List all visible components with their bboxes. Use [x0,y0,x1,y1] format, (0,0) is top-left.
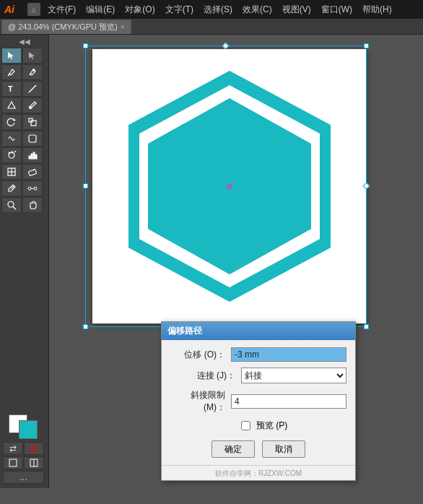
type-tool[interactable]: T [1,81,22,97]
join-row: 连接 (J)： 斜接 [170,368,346,383]
tool-row-9 [1,181,47,196]
svg-rect-9 [29,135,36,142]
direct-select-tool[interactable] [22,48,43,64]
menu-file[interactable]: 文件(F) [43,2,80,17]
handle-top-left[interactable] [83,43,88,48]
svg-text:T: T [8,84,13,93]
color-section: ⇄ ⊘ ... [1,412,47,487]
app-logo: Ai [4,4,25,15]
handle-bottom-left[interactable] [83,324,88,329]
watermark: 软件自学网：RJZXW.COM [162,465,355,480]
menu-object[interactable]: 对象(O) [121,2,159,17]
svg-point-6 [30,107,32,109]
svg-line-22 [12,186,14,188]
foreground-color-swatch[interactable] [19,420,38,439]
offset-row: 位移 (O)： [170,347,346,362]
canvas-area: 偏移路径 位移 (O)： 连接 (J)： 斜接 斜接限制 (M)： [49,35,423,488]
svg-line-0 [8,74,9,76]
cancel-button[interactable]: 取消 [262,440,305,458]
symbol-sprayer-tool[interactable] [1,147,22,163]
line-tool[interactable] [22,81,43,97]
miter-row: 斜接限制 (M)： [170,389,346,414]
offset-path-dialog: 偏移路径 位移 (O)： 连接 (J)： 斜接 斜接限制 (M)： [161,321,356,481]
tab-bar: @ 243.04% (CMYK/GPU 预览) × [0,19,423,35]
svg-point-12 [9,152,10,154]
dialog-title-text: 偏移路径 [167,325,202,337]
tool-row-7 [1,147,47,163]
tool-row-4 [1,97,47,113]
svg-line-4 [29,85,36,92]
hexagon-drawing [92,49,367,323]
blend-tool[interactable] [22,181,43,196]
pen-tool[interactable] [1,64,22,80]
color-extra-row: ⇄ ⊘ [3,442,45,455]
svg-point-13 [12,152,13,153]
offset-input[interactable] [231,347,346,362]
menu-window[interactable]: 窗口(W) [317,2,357,17]
svg-line-27 [13,207,16,209]
svg-rect-28 [9,459,17,466]
left-toolbar: ◀◀ T [0,35,49,488]
handle-middle-left[interactable] [83,183,88,188]
add-anchor-tool[interactable] [22,64,43,80]
svg-point-26 [8,201,14,207]
column-graph-tool[interactable] [22,147,43,163]
menu-select[interactable]: 选择(S) [199,2,237,17]
menu-bar: 文件(F) 编辑(E) 对象(O) 文字(T) 选择(S) 效果(C) 视图(V… [43,2,419,17]
draw-behind-btn[interactable] [24,456,44,469]
svg-point-23 [28,187,31,190]
tool-row-1 [1,48,47,64]
menu-text[interactable]: 文字(T) [161,2,198,17]
menu-edit[interactable]: 编辑(E) [82,2,119,17]
tool-row-2 [1,64,47,80]
tab-close-button[interactable]: × [121,23,125,31]
shape-tool[interactable] [1,97,22,113]
toolbar-toggle[interactable]: ◀◀ [1,36,47,46]
draw-mode-row [3,456,45,469]
svg-point-35 [229,186,231,188]
tool-row-8 [1,164,47,180]
none-color-btn[interactable]: ⊘ [24,442,44,455]
menu-effect[interactable]: 效果(C) [238,2,276,17]
eraser-tool[interactable] [22,164,43,180]
handle-bottom-right[interactable] [364,324,369,329]
scale-tool[interactable] [22,114,43,130]
reshape-tool[interactable] [22,131,43,147]
dialog-buttons: 确定 取消 [170,440,346,458]
slice-tool[interactable] [1,164,22,180]
eyedropper-tool[interactable] [1,181,22,196]
document-tab[interactable]: @ 243.04% (CMYK/GPU 预览) × [1,19,131,34]
warp-tool[interactable] [1,131,22,147]
menu-help[interactable]: 帮助(H) [358,2,396,17]
main-layout: ◀◀ T [0,35,423,488]
dialog-body: 位移 (O)： 连接 (J)： 斜接 斜接限制 (M)： 预览 (P) [162,340,355,465]
svg-rect-7 [31,121,36,126]
select-tool[interactable] [1,48,22,64]
join-select[interactable]: 斜接 [241,368,346,383]
menu-view[interactable]: 视图(V) [278,2,315,17]
tool-row-10 [1,197,47,213]
ok-button[interactable]: 确定 [212,440,255,458]
draw-normal-btn[interactable] [3,456,23,469]
home-icon[interactable]: ⌂ [27,3,40,16]
svg-line-11 [14,151,16,152]
color-swatches[interactable] [9,414,40,440]
hand-tool[interactable] [22,197,43,213]
swap-colors-btn[interactable]: ⇄ [3,442,23,455]
miter-input[interactable] [231,394,346,409]
more-tools-btn[interactable]: ... [3,471,44,484]
tool-row-5 [1,114,47,130]
zoom-tool[interactable] [1,197,22,213]
svg-point-24 [34,187,37,190]
handle-top-right[interactable] [364,43,369,48]
svg-rect-16 [33,152,35,159]
dialog-title-bar[interactable]: 偏移路径 [162,322,355,340]
svg-rect-15 [31,154,32,159]
tab-label: @ 243.04% (CMYK/GPU 预览) [8,22,118,32]
svg-rect-17 [35,155,37,159]
preview-checkbox[interactable] [241,421,250,430]
paintbrush-tool[interactable] [22,97,43,113]
handle-top-center[interactable] [222,43,230,50]
rotate-tool[interactable] [1,114,22,130]
offset-label: 位移 (O)： [170,349,225,361]
